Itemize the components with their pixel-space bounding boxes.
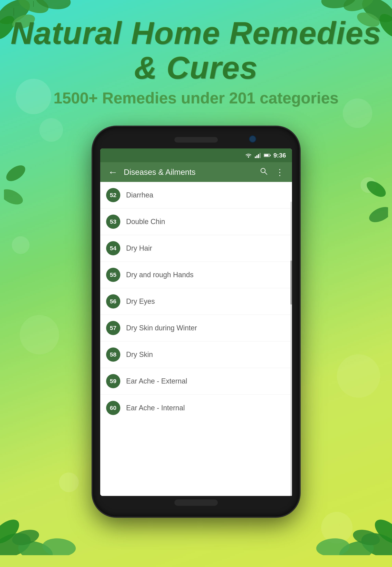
svg-point-24 bbox=[364, 178, 388, 200]
svg-point-26 bbox=[248, 156, 249, 158]
battery-icon bbox=[264, 153, 271, 157]
search-button[interactable] bbox=[258, 165, 269, 179]
item-label-60: Ear Ache - Internal bbox=[126, 404, 185, 412]
signal-icon bbox=[255, 152, 261, 158]
status-bar: 9:36 bbox=[100, 149, 292, 162]
item-badge-55: 55 bbox=[106, 268, 120, 282]
phone-screen: 9:36 ← Diseases & Ailments ⋮ 52 Diarrhea… bbox=[100, 149, 292, 496]
phone-home-button[interactable] bbox=[174, 499, 218, 506]
item-badge-53: 53 bbox=[106, 215, 120, 229]
list-item[interactable]: 54 Dry Hair bbox=[100, 235, 292, 262]
svg-point-25 bbox=[367, 204, 388, 225]
list-item[interactable]: 52 Diarrhea bbox=[100, 182, 292, 208]
phone-container: 9:36 ← Diseases & Ailments ⋮ 52 Diarrhea… bbox=[93, 127, 299, 517]
app-toolbar: ← Diseases & Ailments ⋮ bbox=[100, 162, 292, 182]
wifi-icon bbox=[245, 152, 252, 158]
item-badge-59: 59 bbox=[106, 374, 120, 388]
svg-point-23 bbox=[4, 186, 25, 208]
svg-line-35 bbox=[265, 172, 267, 174]
item-label-53: Double Chin bbox=[126, 218, 165, 226]
scrollbar-thumb[interactable] bbox=[290, 261, 292, 304]
item-label-58: Dry Skin bbox=[126, 350, 153, 359]
more-button[interactable]: ⋮ bbox=[273, 165, 286, 179]
list-item[interactable]: 59 Ear Ache - External bbox=[100, 368, 292, 395]
list-container: 52 Diarrhea 53 Double Chin 54 Dry Hair 5… bbox=[100, 182, 292, 496]
item-badge-57: 57 bbox=[106, 321, 120, 335]
svg-point-15 bbox=[42, 537, 76, 555]
main-title-line2: & Cures bbox=[134, 50, 258, 85]
phone-camera bbox=[249, 136, 256, 142]
title-area: Natural Home Remedies & Cures 1500+ Reme… bbox=[3, 0, 389, 115]
search-icon bbox=[260, 167, 267, 175]
mid-left-leaves bbox=[4, 157, 43, 217]
toolbar-title: Diseases & Ailments bbox=[124, 168, 254, 177]
item-label-52: Diarrhea bbox=[126, 191, 153, 199]
list-item[interactable]: 57 Dry Skin during Winter bbox=[100, 315, 292, 341]
item-label-55: Dry and rough Hands bbox=[126, 271, 194, 279]
item-label-56: Dry Eyes bbox=[126, 297, 155, 305]
status-icons bbox=[245, 152, 271, 158]
list-item[interactable]: 58 Dry Skin bbox=[100, 341, 292, 368]
svg-rect-27 bbox=[255, 156, 256, 158]
item-badge-56: 56 bbox=[106, 294, 120, 308]
svg-point-22 bbox=[4, 162, 28, 184]
svg-rect-33 bbox=[270, 155, 271, 156]
mid-right-leaves bbox=[349, 177, 388, 236]
svg-rect-32 bbox=[264, 154, 268, 156]
svg-rect-29 bbox=[258, 154, 259, 158]
list-item[interactable]: 60 Ear Ache - Internal bbox=[100, 395, 292, 421]
item-label-57: Dry Skin during Winter bbox=[126, 324, 197, 332]
svg-point-20 bbox=[315, 537, 350, 555]
main-title: Natural Home Remedies & Cures bbox=[11, 16, 381, 85]
item-badge-60: 60 bbox=[106, 401, 120, 415]
svg-rect-30 bbox=[260, 153, 261, 158]
sub-title: 1500+ Remedies under 201 categories bbox=[11, 89, 381, 107]
list-item[interactable]: 55 Dry and rough Hands bbox=[100, 262, 292, 288]
item-label-54: Dry Hair bbox=[126, 244, 152, 252]
main-title-line1: Natural Home Remedies bbox=[11, 15, 381, 51]
back-button[interactable]: ← bbox=[106, 164, 120, 180]
scrollbar-track bbox=[290, 202, 292, 496]
item-badge-58: 58 bbox=[106, 347, 120, 362]
item-badge-52: 52 bbox=[106, 188, 120, 202]
list-item[interactable]: 53 Double Chin bbox=[100, 208, 292, 235]
svg-rect-28 bbox=[256, 155, 258, 158]
item-label-59: Ear Ache - External bbox=[126, 377, 187, 385]
list-item[interactable]: 56 Dry Eyes bbox=[100, 288, 292, 315]
phone-speaker bbox=[174, 137, 218, 142]
item-badge-54: 54 bbox=[106, 241, 120, 255]
status-time: 9:36 bbox=[273, 152, 286, 159]
